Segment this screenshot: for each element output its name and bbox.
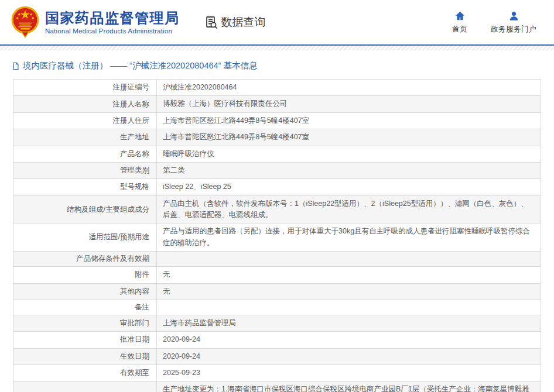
row-value: 博毅雅（上海）医疗科技有限责任公司 [157, 96, 541, 112]
row-value: iSleep 22、iSleep 25 [157, 179, 541, 195]
row-value-text: 生产地址变更为：1.海南省海口市保税区海口综合保税区跨境电商产业园B厂1层（受托… [163, 384, 535, 392]
row-label-text: 备注 [135, 302, 149, 312]
document-icon [12, 62, 20, 70]
row-value: 第二类 [157, 163, 541, 178]
row-label-text: 生产地址 [120, 132, 149, 142]
row-label: 产品储存条件及有效期 [13, 252, 157, 266]
registration-detail-table: 注册证编号沪械注准20202080464注册人名称博毅雅（上海）医疗科技有限责任… [13, 79, 541, 392]
row-label-text: 适用范围/预期用途 [89, 232, 149, 242]
row-value-text: 2020-09-24 [163, 351, 200, 362]
row-label-text: 注册人名称 [113, 99, 150, 109]
row-value-text: 无 [163, 269, 170, 280]
row-label-text: 管理类别 [120, 166, 149, 176]
user-icon [508, 11, 519, 22]
row-value-text: 2025-09-23 [163, 367, 200, 379]
row-label-text: 注册人住所 [113, 116, 150, 126]
row-label: 批准日期 [13, 332, 157, 348]
document-search-icon [204, 15, 218, 29]
row-value [157, 252, 541, 266]
row-label: 适用范围/预期用途 [13, 223, 157, 251]
hatch-strip [0, 46, 554, 50]
row-label: 注册人名称 [13, 96, 157, 112]
row-value: 生产地址变更为：1.海南省海口市保税区海口综合保税区跨境电商产业园B厂1层（受托… [157, 381, 541, 392]
row-value: 睡眠呼吸治疗仪 [157, 146, 541, 162]
breadcrumb: 境内医疗器械（注册） —— “沪械注准20202080464” 基本信息 [12, 60, 554, 71]
row-value-text: 第二类 [163, 165, 185, 176]
row-value: 上海市普陀区怒江北路449弄8号5幢4楼407室 [157, 113, 541, 129]
row-label: 结构及组成/主要组成成分 [13, 196, 157, 223]
row-label-text: 产品储存条件及有效期 [76, 254, 149, 264]
row-label: 备注 [13, 300, 157, 315]
table-row: 生效日期2020-09-24 [13, 349, 541, 365]
row-label-text: 结构及组成/主要组成成分 [67, 205, 149, 215]
row-label-text: 附件 [135, 270, 149, 280]
nav-gov-portal-label: 政务服务门户 [491, 24, 536, 35]
row-label-text: 有效期至 [120, 368, 149, 378]
table-row: 生产地址上海市普陀区怒江北路449弄8号5幢4楼407室 [13, 129, 541, 146]
row-value: 产品与适用的患者回路（另配）连接，用于对体重大于30kg且有自主呼吸的成人患者进… [157, 223, 541, 251]
row-label: 注册证编号 [13, 80, 157, 95]
row-label-text: 审批部门 [120, 318, 149, 328]
table-row: 注册人住所上海市普陀区怒江北路449弄8号5幢4楼407室 [13, 113, 541, 129]
row-value: 2020-09-24 [157, 349, 541, 365]
row-value: 上海市普陀区怒江北路449弄8号5幢4楼407室 [157, 129, 541, 145]
table-row: 其他内容无 [13, 284, 541, 300]
table-row: 批准日期2020-09-24 [13, 332, 541, 348]
row-label: 型号规格 [13, 179, 157, 195]
agency-brand: 国家药品监督管理局 National Medical Products Admi… [11, 5, 180, 39]
row-value: 2020-09-24 [157, 332, 541, 348]
row-label: 管理类别 [13, 163, 157, 178]
table-row: 变更情况生产地址变更为：1.海南省海口市保税区海口综合保税区跨境电商产业园B厂1… [13, 381, 541, 392]
row-value-text: 上海市普陀区怒江北路449弄8号5幢4楼407室 [163, 115, 309, 126]
row-label: 有效期至 [13, 365, 157, 381]
data-query-label: 数据查询 [221, 15, 266, 30]
row-label-text: 型号规格 [120, 182, 149, 192]
table-row: 结构及组成/主要组成成分产品由主机（含软件，软件发布版本号：1（iSleep22… [13, 196, 541, 224]
table-row: 审批部门上海市药品监督管理局 [13, 315, 541, 332]
row-value [157, 300, 541, 315]
row-label: 生产地址 [13, 129, 157, 145]
row-value-text: 睡眠呼吸治疗仪 [163, 149, 214, 160]
row-label: 其他内容 [13, 284, 157, 300]
data-query-title[interactable]: 数据查询 [204, 15, 266, 30]
row-value: 上海市药品监督管理局 [157, 315, 541, 331]
table-row: 备注 [13, 300, 541, 315]
row-label: 注册人住所 [13, 113, 157, 129]
table-row: 有效期至2025-09-23 [13, 365, 541, 381]
row-value: 2025-09-23 [157, 365, 541, 381]
row-value-text: 无 [163, 286, 170, 297]
agency-name-en: National Medical Products Administration [45, 27, 180, 35]
table-row: 适用范围/预期用途产品与适用的患者回路（另配）连接，用于对体重大于30kg且有自… [13, 223, 541, 252]
row-label: 产品名称 [13, 146, 157, 162]
agency-name-zh: 国家药品监督管理局 [45, 10, 180, 27]
row-value-text: 沪械注准20202080464 [163, 82, 237, 93]
row-label: 变更情况 [13, 381, 157, 392]
header-nav: 首页 政务服务门户 [450, 11, 536, 35]
row-value-text: 上海市普陀区怒江北路449弄8号5幢4楼407室 [163, 132, 309, 143]
home-icon [454, 11, 466, 22]
row-label: 附件 [13, 267, 157, 283]
row-label-text: 产品名称 [120, 149, 149, 159]
row-value-text: 2020-09-24 [163, 334, 200, 345]
row-label-text: 生效日期 [120, 352, 149, 362]
table-row: 产品储存条件及有效期 [13, 252, 541, 267]
row-label: 生效日期 [13, 349, 157, 365]
row-value: 无 [157, 267, 541, 283]
row-value-text: 博毅雅（上海）医疗科技有限责任公司 [163, 98, 288, 109]
nav-home-label: 首页 [452, 24, 467, 35]
row-value: 沪械注准20202080464 [157, 80, 541, 95]
table-row: 注册证编号沪械注准20202080464 [13, 80, 541, 96]
row-value-text: 产品由主机（含软件，软件发布版本号：1（iSleep22型适用）、2（iSlee… [163, 198, 535, 221]
row-label-text: 注册证编号 [113, 82, 150, 92]
row-value-text: 上海市药品监督管理局 [163, 318, 236, 329]
breadcrumb-text: 境内医疗器械（注册） —— “沪械注准20202080464” 基本信息 [23, 60, 257, 71]
nav-home[interactable]: 首页 [450, 11, 470, 35]
row-label-text: 其他内容 [120, 287, 149, 297]
row-value-text: 产品与适用的患者回路（另配）连接，用于对体重大于30kg且有自主呼吸的成人患者进… [163, 226, 535, 249]
row-label: 审批部门 [13, 315, 157, 331]
row-value-text: iSleep 22、iSleep 25 [163, 181, 231, 192]
nav-gov-portal[interactable]: 政务服务门户 [491, 11, 536, 35]
table-row: 型号规格iSleep 22、iSleep 25 [13, 179, 541, 195]
row-value: 产品由主机（含软件，软件发布版本号：1（iSleep22型适用）、2（iSlee… [157, 196, 541, 223]
table-row: 管理类别第二类 [13, 163, 541, 179]
